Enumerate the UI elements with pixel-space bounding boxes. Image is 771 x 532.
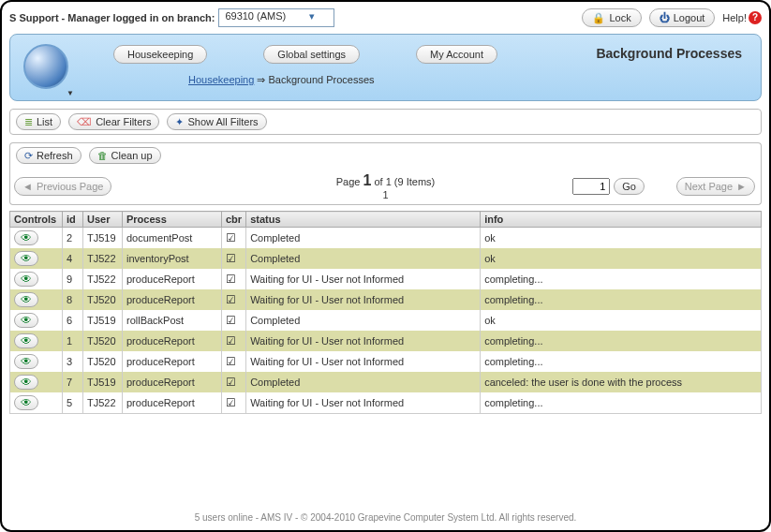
view-button[interactable]: 👁 bbox=[14, 333, 38, 348]
help-icon: ? bbox=[749, 11, 762, 24]
pager-word-page: Page bbox=[336, 176, 361, 187]
pager-status: Page 1 of 1 (9 Items) 1 bbox=[336, 172, 436, 200]
globe-logo[interactable] bbox=[23, 44, 68, 89]
page-title: Background Processes bbox=[596, 46, 742, 61]
goto-page-input[interactable] bbox=[572, 178, 610, 195]
cell-status: Waiting for UI - User not Informed bbox=[246, 269, 481, 289]
cell-cbr[interactable]: ☑ bbox=[222, 351, 246, 372]
cell-cbr[interactable]: ☑ bbox=[222, 289, 246, 310]
cell-user: TJ522 bbox=[83, 248, 123, 269]
pager-subline: 1 bbox=[382, 189, 388, 200]
cell-process: produceReport bbox=[123, 392, 222, 414]
cell-id: 4 bbox=[63, 248, 83, 269]
cell-info: completing... bbox=[481, 269, 762, 289]
cell-process: produceReport bbox=[123, 289, 222, 310]
help-label: Help! bbox=[722, 12, 747, 23]
table-row: 👁9TJ522produceReport☑Waiting for UI - Us… bbox=[10, 269, 762, 289]
branch-select[interactable]: 69310 (AMS) ▾ bbox=[218, 8, 334, 27]
table-row: 👁7TJ519produceReport☑Completedcanceled: … bbox=[10, 372, 762, 392]
cell-process: documentPost bbox=[123, 228, 222, 249]
prev-page-label: Previous Page bbox=[37, 181, 104, 192]
next-page-label: Next Page bbox=[685, 181, 733, 192]
cell-id: 8 bbox=[63, 289, 83, 310]
view-button[interactable]: 👁 bbox=[14, 272, 38, 287]
cleanup-label: Clean up bbox=[111, 150, 153, 161]
power-icon: ⏻ bbox=[660, 12, 670, 23]
list-icon: ≣ bbox=[24, 116, 33, 128]
breadcrumb-sep: ⇒ bbox=[257, 74, 265, 85]
cell-user: TJ522 bbox=[83, 269, 123, 289]
prev-page-button[interactable]: ◄ Previous Page bbox=[14, 177, 111, 196]
tab-my-account[interactable]: My Account bbox=[416, 45, 497, 64]
logout-label: Logout bbox=[674, 12, 705, 23]
cell-info: ok bbox=[481, 228, 762, 249]
col-process[interactable]: Process bbox=[123, 212, 222, 228]
clear-filters-button[interactable]: ⌫ Clear Filters bbox=[68, 113, 159, 130]
cell-id: 3 bbox=[63, 351, 83, 372]
eye-icon: 👁 bbox=[21, 293, 32, 306]
cell-info: completing... bbox=[481, 392, 762, 414]
header-panel: ▼ Housekeeping Global settings My Accoun… bbox=[9, 34, 762, 101]
cell-cbr[interactable]: ☑ bbox=[222, 372, 246, 392]
eye-icon: 👁 bbox=[21, 231, 32, 244]
view-button[interactable]: 👁 bbox=[14, 395, 38, 410]
view-button[interactable]: 👁 bbox=[14, 375, 38, 390]
eye-icon: 👁 bbox=[21, 355, 32, 368]
breadcrumb-housekeeping[interactable]: Housekeeping bbox=[188, 74, 254, 85]
col-controls[interactable]: Controls bbox=[10, 212, 63, 228]
refresh-icon: ⟳ bbox=[24, 150, 33, 162]
filter-icon: ✦ bbox=[175, 116, 184, 128]
next-page-button[interactable]: Next Page ► bbox=[676, 177, 755, 196]
cell-status: Waiting for UI - User not Informed bbox=[246, 392, 481, 414]
cell-user: TJ519 bbox=[83, 228, 123, 249]
cell-cbr[interactable]: ☑ bbox=[222, 331, 246, 351]
logout-button[interactable]: ⏻ Logout bbox=[649, 8, 716, 27]
view-button[interactable]: 👁 bbox=[14, 230, 38, 245]
eye-icon: 👁 bbox=[21, 273, 32, 286]
processes-table: Controls id User Process cbr status info… bbox=[9, 211, 762, 414]
cell-info: canceled: the user is done with the proc… bbox=[481, 372, 762, 392]
go-button[interactable]: Go bbox=[614, 178, 645, 195]
help-link[interactable]: Help! ? bbox=[722, 11, 762, 24]
view-button[interactable]: 👁 bbox=[14, 292, 38, 307]
col-cbr[interactable]: cbr bbox=[222, 212, 246, 228]
col-status[interactable]: status bbox=[246, 212, 481, 228]
cell-cbr[interactable]: ☑ bbox=[222, 228, 246, 249]
pager-current: 1 bbox=[363, 172, 372, 188]
app-title: S Support - Manager logged in on branch: bbox=[9, 12, 215, 23]
view-button[interactable]: 👁 bbox=[14, 354, 38, 369]
cell-cbr[interactable]: ☑ bbox=[222, 310, 246, 331]
view-button[interactable]: 👁 bbox=[14, 313, 38, 328]
action-bar: ⟳ Refresh 🗑 Clean up bbox=[9, 142, 762, 168]
cell-id: 1 bbox=[63, 331, 83, 351]
cleanup-button[interactable]: 🗑 Clean up bbox=[89, 147, 161, 164]
view-button[interactable]: 👁 bbox=[14, 251, 38, 266]
cell-cbr[interactable]: ☑ bbox=[222, 248, 246, 269]
trash-icon: 🗑 bbox=[97, 150, 108, 161]
list-button[interactable]: ≣ List bbox=[16, 113, 61, 130]
tab-housekeeping[interactable]: Housekeeping bbox=[113, 45, 207, 64]
cell-cbr[interactable]: ☑ bbox=[222, 269, 246, 289]
tab-global-settings[interactable]: Global settings bbox=[263, 45, 360, 64]
table-row: 👁1TJ520produceReport☑Waiting for UI - Us… bbox=[10, 331, 762, 351]
cell-user: TJ519 bbox=[83, 372, 123, 392]
show-all-filters-button[interactable]: ✦ Show All Filters bbox=[167, 113, 266, 130]
cell-id: 5 bbox=[63, 392, 83, 414]
cell-process: produceReport bbox=[123, 331, 222, 351]
eraser-icon: ⌫ bbox=[77, 116, 92, 128]
col-id[interactable]: id bbox=[63, 212, 83, 228]
chevron-down-icon[interactable]: ▼ bbox=[67, 89, 74, 97]
footer-text: 5 users online - AMS IV - © 2004-2010 Gr… bbox=[2, 512, 769, 523]
table-row: 👁6TJ519rollBackPost☑Completedok bbox=[10, 310, 762, 331]
cell-user: TJ520 bbox=[83, 289, 123, 310]
filter-bar: ≣ List ⌫ Clear Filters ✦ Show All Filter… bbox=[9, 109, 762, 135]
cell-cbr[interactable]: ☑ bbox=[222, 392, 246, 414]
col-info[interactable]: info bbox=[481, 212, 762, 228]
col-user[interactable]: User bbox=[83, 212, 123, 228]
eye-icon: 👁 bbox=[21, 376, 32, 389]
lock-label: Lock bbox=[609, 12, 630, 23]
lock-button[interactable]: 🔒 Lock bbox=[582, 8, 641, 27]
refresh-button[interactable]: ⟳ Refresh bbox=[16, 147, 82, 164]
cell-user: TJ520 bbox=[83, 351, 123, 372]
table-row: 👁8TJ520produceReport☑Waiting for UI - Us… bbox=[10, 289, 762, 310]
